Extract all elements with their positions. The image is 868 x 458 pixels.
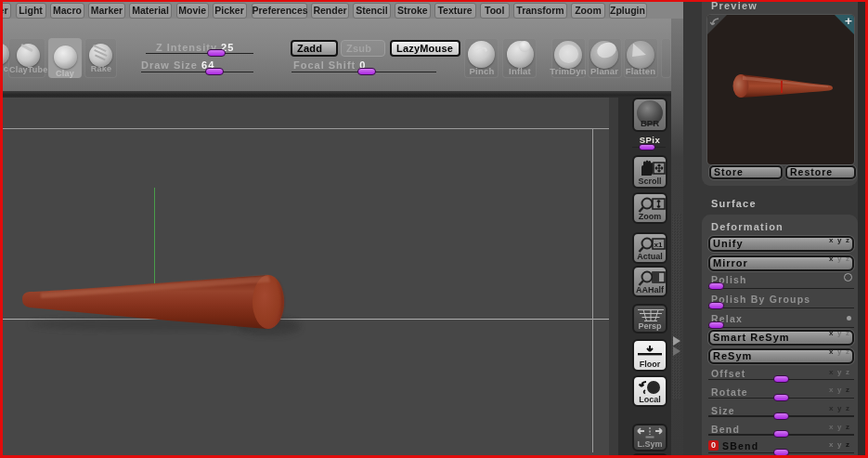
svg-text:x1: x1 [654,241,663,249]
